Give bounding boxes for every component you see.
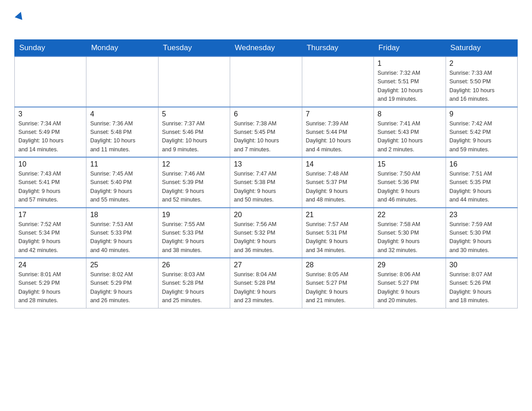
calendar-cell: 16Sunrise: 7:51 AM Sunset: 5:35 PM Dayli…	[446, 157, 517, 208]
weekday-header-wednesday: Wednesday	[230, 40, 302, 57]
day-detail: Sunrise: 7:51 AM Sunset: 5:35 PM Dayligh…	[450, 170, 514, 205]
day-detail: Sunrise: 7:37 AM Sunset: 5:46 PM Dayligh…	[162, 120, 226, 154]
calendar-cell: 7Sunrise: 7:39 AM Sunset: 5:44 PM Daylig…	[302, 107, 373, 158]
day-number: 15	[378, 160, 442, 168]
calendar-cell: 21Sunrise: 7:57 AM Sunset: 5:31 PM Dayli…	[302, 208, 373, 258]
day-detail: Sunrise: 7:39 AM Sunset: 5:44 PM Dayligh…	[306, 120, 370, 154]
calendar-cell: 26Sunrise: 8:03 AM Sunset: 5:28 PM Dayli…	[158, 258, 230, 308]
calendar-cell: 10Sunrise: 7:43 AM Sunset: 5:41 PM Dayli…	[15, 157, 86, 208]
day-number: 9	[450, 110, 514, 118]
calendar-cell: 27Sunrise: 8:04 AM Sunset: 5:28 PM Dayli…	[230, 258, 302, 308]
weekday-header-tuesday: Tuesday	[158, 40, 230, 57]
calendar-cell	[230, 56, 302, 107]
day-number: 7	[306, 110, 370, 118]
day-detail: Sunrise: 7:32 AM Sunset: 5:51 PM Dayligh…	[378, 69, 442, 104]
day-detail: Sunrise: 7:56 AM Sunset: 5:32 PM Dayligh…	[234, 220, 298, 255]
calendar-week-1: 1Sunrise: 7:32 AM Sunset: 5:51 PM Daylig…	[15, 56, 518, 107]
day-number: 16	[450, 160, 514, 168]
weekday-header-friday: Friday	[374, 40, 446, 57]
day-number: 19	[162, 211, 226, 219]
logo-triangle-icon	[15, 10, 25, 20]
day-detail: Sunrise: 7:36 AM Sunset: 5:48 PM Dayligh…	[90, 120, 154, 154]
calendar-cell: 17Sunrise: 7:52 AM Sunset: 5:34 PM Dayli…	[15, 208, 86, 258]
day-number: 4	[90, 110, 154, 118]
calendar-cell: 1Sunrise: 7:32 AM Sunset: 5:51 PM Daylig…	[374, 56, 446, 107]
day-number: 25	[90, 261, 154, 269]
calendar-cell: 8Sunrise: 7:41 AM Sunset: 5:43 PM Daylig…	[374, 107, 446, 158]
calendar-cell: 2Sunrise: 7:33 AM Sunset: 5:50 PM Daylig…	[446, 56, 517, 107]
calendar-week-2: 3Sunrise: 7:34 AM Sunset: 5:49 PM Daylig…	[15, 107, 518, 158]
page-header	[14, 11, 518, 32]
calendar-week-4: 17Sunrise: 7:52 AM Sunset: 5:34 PM Dayli…	[15, 208, 518, 258]
calendar-header-row: SundayMondayTuesdayWednesdayThursdayFrid…	[15, 40, 518, 57]
calendar-cell	[302, 56, 373, 107]
day-detail: Sunrise: 8:05 AM Sunset: 5:27 PM Dayligh…	[306, 270, 370, 305]
calendar-week-5: 24Sunrise: 8:01 AM Sunset: 5:29 PM Dayli…	[15, 258, 518, 308]
calendar-cell	[158, 56, 230, 107]
calendar-cell: 14Sunrise: 7:48 AM Sunset: 5:37 PM Dayli…	[302, 157, 373, 208]
day-detail: Sunrise: 7:46 AM Sunset: 5:39 PM Dayligh…	[162, 170, 226, 205]
day-detail: Sunrise: 7:50 AM Sunset: 5:36 PM Dayligh…	[378, 170, 442, 205]
calendar-cell: 15Sunrise: 7:50 AM Sunset: 5:36 PM Dayli…	[374, 157, 446, 208]
day-number: 5	[162, 110, 226, 118]
calendar-cell: 11Sunrise: 7:45 AM Sunset: 5:40 PM Dayli…	[86, 157, 158, 208]
day-number: 24	[18, 261, 82, 269]
day-detail: Sunrise: 7:42 AM Sunset: 5:42 PM Dayligh…	[450, 120, 514, 154]
calendar-cell: 29Sunrise: 8:06 AM Sunset: 5:27 PM Dayli…	[374, 258, 446, 308]
day-number: 8	[378, 110, 442, 118]
day-detail: Sunrise: 7:59 AM Sunset: 5:30 PM Dayligh…	[450, 220, 514, 255]
calendar-cell: 5Sunrise: 7:37 AM Sunset: 5:46 PM Daylig…	[158, 107, 230, 158]
day-number: 14	[306, 160, 370, 168]
day-detail: Sunrise: 7:53 AM Sunset: 5:33 PM Dayligh…	[90, 220, 154, 255]
day-number: 13	[234, 160, 298, 168]
day-detail: Sunrise: 8:01 AM Sunset: 5:29 PM Dayligh…	[18, 270, 82, 305]
day-number: 3	[18, 110, 82, 118]
day-detail: Sunrise: 7:34 AM Sunset: 5:49 PM Dayligh…	[18, 120, 82, 154]
day-number: 20	[234, 211, 298, 219]
calendar-cell: 12Sunrise: 7:46 AM Sunset: 5:39 PM Dayli…	[158, 157, 230, 208]
day-number: 22	[378, 211, 442, 219]
day-detail: Sunrise: 7:55 AM Sunset: 5:33 PM Dayligh…	[162, 220, 226, 255]
day-number: 17	[18, 211, 82, 219]
day-number: 26	[162, 261, 226, 269]
day-number: 2	[450, 60, 514, 68]
day-number: 30	[450, 261, 514, 269]
calendar-cell: 19Sunrise: 7:55 AM Sunset: 5:33 PM Dayli…	[158, 208, 230, 258]
day-number: 10	[18, 160, 82, 168]
calendar-cell: 13Sunrise: 7:47 AM Sunset: 5:38 PM Dayli…	[230, 157, 302, 208]
calendar-cell: 4Sunrise: 7:36 AM Sunset: 5:48 PM Daylig…	[86, 107, 158, 158]
day-number: 11	[90, 160, 154, 168]
day-detail: Sunrise: 7:33 AM Sunset: 5:50 PM Dayligh…	[450, 69, 514, 104]
calendar-cell: 22Sunrise: 7:58 AM Sunset: 5:30 PM Dayli…	[374, 208, 446, 258]
calendar-cell: 23Sunrise: 7:59 AM Sunset: 5:30 PM Dayli…	[446, 208, 517, 258]
day-detail: Sunrise: 8:03 AM Sunset: 5:28 PM Dayligh…	[162, 270, 226, 305]
calendar-cell: 20Sunrise: 7:56 AM Sunset: 5:32 PM Dayli…	[230, 208, 302, 258]
calendar-cell: 9Sunrise: 7:42 AM Sunset: 5:42 PM Daylig…	[446, 107, 517, 158]
day-number: 23	[450, 211, 514, 219]
day-detail: Sunrise: 8:07 AM Sunset: 5:26 PM Dayligh…	[450, 270, 514, 305]
day-detail: Sunrise: 7:48 AM Sunset: 5:37 PM Dayligh…	[306, 170, 370, 205]
logo	[14, 11, 24, 32]
weekday-header-sunday: Sunday	[15, 40, 86, 57]
day-number: 12	[162, 160, 226, 168]
day-detail: Sunrise: 7:45 AM Sunset: 5:40 PM Dayligh…	[90, 170, 154, 205]
calendar-week-3: 10Sunrise: 7:43 AM Sunset: 5:41 PM Dayli…	[15, 157, 518, 208]
day-detail: Sunrise: 8:04 AM Sunset: 5:28 PM Dayligh…	[234, 270, 298, 305]
day-number: 27	[234, 261, 298, 269]
calendar-cell	[15, 56, 86, 107]
calendar-cell: 25Sunrise: 8:02 AM Sunset: 5:29 PM Dayli…	[86, 258, 158, 308]
weekday-header-thursday: Thursday	[302, 40, 373, 57]
day-detail: Sunrise: 7:52 AM Sunset: 5:34 PM Dayligh…	[18, 220, 82, 255]
day-number: 6	[234, 110, 298, 118]
calendar-cell: 24Sunrise: 8:01 AM Sunset: 5:29 PM Dayli…	[15, 258, 86, 308]
day-detail: Sunrise: 7:38 AM Sunset: 5:45 PM Dayligh…	[234, 120, 298, 154]
day-number: 21	[306, 211, 370, 219]
day-detail: Sunrise: 7:57 AM Sunset: 5:31 PM Dayligh…	[306, 220, 370, 255]
calendar-cell: 30Sunrise: 8:07 AM Sunset: 5:26 PM Dayli…	[446, 258, 517, 308]
day-detail: Sunrise: 7:58 AM Sunset: 5:30 PM Dayligh…	[378, 220, 442, 255]
calendar-cell: 18Sunrise: 7:53 AM Sunset: 5:33 PM Dayli…	[86, 208, 158, 258]
logo-blue-text	[14, 18, 16, 32]
day-detail: Sunrise: 7:47 AM Sunset: 5:38 PM Dayligh…	[234, 170, 298, 205]
day-number: 29	[378, 261, 442, 269]
day-detail: Sunrise: 7:43 AM Sunset: 5:41 PM Dayligh…	[18, 170, 82, 205]
